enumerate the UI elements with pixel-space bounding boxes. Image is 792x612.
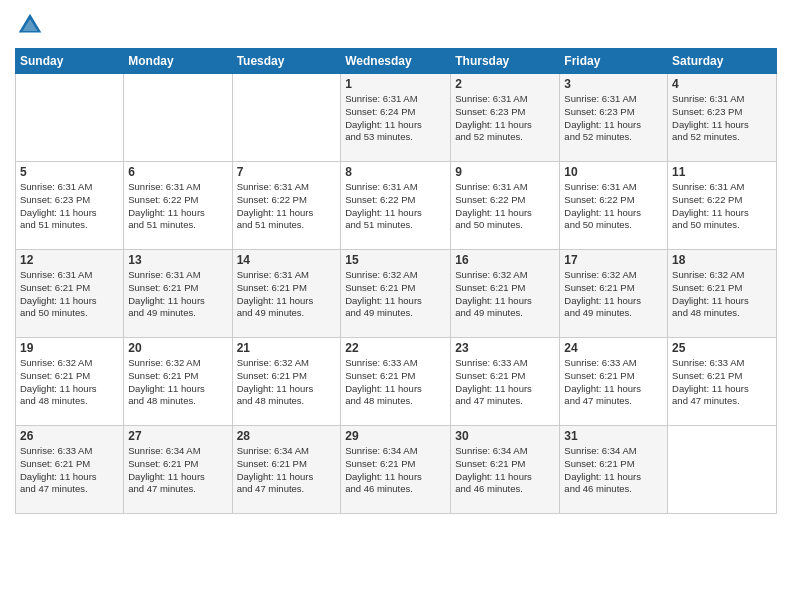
header — [15, 10, 777, 40]
day-number: 27 — [128, 429, 227, 443]
day-info: Sunrise: 6:31 AM Sunset: 6:22 PM Dayligh… — [564, 181, 663, 232]
day-number: 17 — [564, 253, 663, 267]
calendar-cell: 4Sunrise: 6:31 AM Sunset: 6:23 PM Daylig… — [668, 74, 777, 162]
day-number: 10 — [564, 165, 663, 179]
day-info: Sunrise: 6:31 AM Sunset: 6:23 PM Dayligh… — [20, 181, 119, 232]
day-number: 25 — [672, 341, 772, 355]
calendar-body: 1Sunrise: 6:31 AM Sunset: 6:24 PM Daylig… — [16, 74, 777, 514]
calendar-cell: 16Sunrise: 6:32 AM Sunset: 6:21 PM Dayli… — [451, 250, 560, 338]
day-info: Sunrise: 6:33 AM Sunset: 6:21 PM Dayligh… — [672, 357, 772, 408]
calendar-cell: 30Sunrise: 6:34 AM Sunset: 6:21 PM Dayli… — [451, 426, 560, 514]
calendar-cell: 9Sunrise: 6:31 AM Sunset: 6:22 PM Daylig… — [451, 162, 560, 250]
calendar-week: 5Sunrise: 6:31 AM Sunset: 6:23 PM Daylig… — [16, 162, 777, 250]
day-info: Sunrise: 6:31 AM Sunset: 6:22 PM Dayligh… — [128, 181, 227, 232]
day-number: 24 — [564, 341, 663, 355]
calendar-cell — [232, 74, 341, 162]
day-info: Sunrise: 6:31 AM Sunset: 6:21 PM Dayligh… — [20, 269, 119, 320]
day-info: Sunrise: 6:31 AM Sunset: 6:22 PM Dayligh… — [237, 181, 337, 232]
day-number: 6 — [128, 165, 227, 179]
header-day: Tuesday — [232, 49, 341, 74]
calendar-cell: 25Sunrise: 6:33 AM Sunset: 6:21 PM Dayli… — [668, 338, 777, 426]
calendar-week: 1Sunrise: 6:31 AM Sunset: 6:24 PM Daylig… — [16, 74, 777, 162]
day-info: Sunrise: 6:33 AM Sunset: 6:21 PM Dayligh… — [345, 357, 446, 408]
calendar-header: SundayMondayTuesdayWednesdayThursdayFrid… — [16, 49, 777, 74]
day-info: Sunrise: 6:31 AM Sunset: 6:22 PM Dayligh… — [455, 181, 555, 232]
day-info: Sunrise: 6:31 AM Sunset: 6:24 PM Dayligh… — [345, 93, 446, 144]
day-number: 31 — [564, 429, 663, 443]
day-number: 9 — [455, 165, 555, 179]
day-number: 14 — [237, 253, 337, 267]
logo-icon — [15, 10, 45, 40]
calendar-cell: 13Sunrise: 6:31 AM Sunset: 6:21 PM Dayli… — [124, 250, 232, 338]
calendar-cell: 20Sunrise: 6:32 AM Sunset: 6:21 PM Dayli… — [124, 338, 232, 426]
calendar-cell: 10Sunrise: 6:31 AM Sunset: 6:22 PM Dayli… — [560, 162, 668, 250]
calendar-cell: 23Sunrise: 6:33 AM Sunset: 6:21 PM Dayli… — [451, 338, 560, 426]
day-number: 4 — [672, 77, 772, 91]
day-info: Sunrise: 6:31 AM Sunset: 6:23 PM Dayligh… — [455, 93, 555, 144]
calendar-cell: 28Sunrise: 6:34 AM Sunset: 6:21 PM Dayli… — [232, 426, 341, 514]
day-info: Sunrise: 6:34 AM Sunset: 6:21 PM Dayligh… — [564, 445, 663, 496]
day-info: Sunrise: 6:31 AM Sunset: 6:21 PM Dayligh… — [128, 269, 227, 320]
day-number: 18 — [672, 253, 772, 267]
day-number: 20 — [128, 341, 227, 355]
calendar-cell: 29Sunrise: 6:34 AM Sunset: 6:21 PM Dayli… — [341, 426, 451, 514]
header-day: Thursday — [451, 49, 560, 74]
calendar-cell: 19Sunrise: 6:32 AM Sunset: 6:21 PM Dayli… — [16, 338, 124, 426]
day-info: Sunrise: 6:31 AM Sunset: 6:22 PM Dayligh… — [345, 181, 446, 232]
calendar-cell: 5Sunrise: 6:31 AM Sunset: 6:23 PM Daylig… — [16, 162, 124, 250]
day-number: 16 — [455, 253, 555, 267]
day-number: 15 — [345, 253, 446, 267]
calendar-week: 12Sunrise: 6:31 AM Sunset: 6:21 PM Dayli… — [16, 250, 777, 338]
day-number: 8 — [345, 165, 446, 179]
calendar-cell: 21Sunrise: 6:32 AM Sunset: 6:21 PM Dayli… — [232, 338, 341, 426]
header-day: Friday — [560, 49, 668, 74]
day-number: 1 — [345, 77, 446, 91]
day-number: 21 — [237, 341, 337, 355]
calendar-cell: 1Sunrise: 6:31 AM Sunset: 6:24 PM Daylig… — [341, 74, 451, 162]
day-info: Sunrise: 6:32 AM Sunset: 6:21 PM Dayligh… — [564, 269, 663, 320]
day-number: 7 — [237, 165, 337, 179]
day-info: Sunrise: 6:34 AM Sunset: 6:21 PM Dayligh… — [128, 445, 227, 496]
calendar-cell: 12Sunrise: 6:31 AM Sunset: 6:21 PM Dayli… — [16, 250, 124, 338]
calendar-cell: 3Sunrise: 6:31 AM Sunset: 6:23 PM Daylig… — [560, 74, 668, 162]
page-container: SundayMondayTuesdayWednesdayThursdayFrid… — [0, 0, 792, 524]
calendar-cell: 18Sunrise: 6:32 AM Sunset: 6:21 PM Dayli… — [668, 250, 777, 338]
calendar-cell: 2Sunrise: 6:31 AM Sunset: 6:23 PM Daylig… — [451, 74, 560, 162]
day-info: Sunrise: 6:34 AM Sunset: 6:21 PM Dayligh… — [455, 445, 555, 496]
calendar-cell: 11Sunrise: 6:31 AM Sunset: 6:22 PM Dayli… — [668, 162, 777, 250]
day-info: Sunrise: 6:33 AM Sunset: 6:21 PM Dayligh… — [564, 357, 663, 408]
day-info: Sunrise: 6:33 AM Sunset: 6:21 PM Dayligh… — [20, 445, 119, 496]
calendar-cell: 24Sunrise: 6:33 AM Sunset: 6:21 PM Dayli… — [560, 338, 668, 426]
calendar-cell: 31Sunrise: 6:34 AM Sunset: 6:21 PM Dayli… — [560, 426, 668, 514]
day-number: 23 — [455, 341, 555, 355]
day-number: 11 — [672, 165, 772, 179]
calendar-cell: 17Sunrise: 6:32 AM Sunset: 6:21 PM Dayli… — [560, 250, 668, 338]
calendar-cell — [16, 74, 124, 162]
day-info: Sunrise: 6:32 AM Sunset: 6:21 PM Dayligh… — [20, 357, 119, 408]
logo — [15, 10, 49, 40]
calendar-week: 26Sunrise: 6:33 AM Sunset: 6:21 PM Dayli… — [16, 426, 777, 514]
calendar-cell: 27Sunrise: 6:34 AM Sunset: 6:21 PM Dayli… — [124, 426, 232, 514]
header-day: Sunday — [16, 49, 124, 74]
calendar-week: 19Sunrise: 6:32 AM Sunset: 6:21 PM Dayli… — [16, 338, 777, 426]
day-number: 30 — [455, 429, 555, 443]
day-info: Sunrise: 6:32 AM Sunset: 6:21 PM Dayligh… — [672, 269, 772, 320]
header-day: Wednesday — [341, 49, 451, 74]
day-info: Sunrise: 6:32 AM Sunset: 6:21 PM Dayligh… — [128, 357, 227, 408]
calendar-cell: 7Sunrise: 6:31 AM Sunset: 6:22 PM Daylig… — [232, 162, 341, 250]
day-number: 22 — [345, 341, 446, 355]
calendar-cell: 14Sunrise: 6:31 AM Sunset: 6:21 PM Dayli… — [232, 250, 341, 338]
day-number: 13 — [128, 253, 227, 267]
calendar-cell: 26Sunrise: 6:33 AM Sunset: 6:21 PM Dayli… — [16, 426, 124, 514]
day-info: Sunrise: 6:33 AM Sunset: 6:21 PM Dayligh… — [455, 357, 555, 408]
calendar-cell — [668, 426, 777, 514]
day-info: Sunrise: 6:34 AM Sunset: 6:21 PM Dayligh… — [237, 445, 337, 496]
day-info: Sunrise: 6:31 AM Sunset: 6:23 PM Dayligh… — [564, 93, 663, 144]
day-number: 3 — [564, 77, 663, 91]
day-info: Sunrise: 6:31 AM Sunset: 6:23 PM Dayligh… — [672, 93, 772, 144]
calendar-cell: 8Sunrise: 6:31 AM Sunset: 6:22 PM Daylig… — [341, 162, 451, 250]
calendar-cell: 22Sunrise: 6:33 AM Sunset: 6:21 PM Dayli… — [341, 338, 451, 426]
day-info: Sunrise: 6:31 AM Sunset: 6:21 PM Dayligh… — [237, 269, 337, 320]
day-info: Sunrise: 6:32 AM Sunset: 6:21 PM Dayligh… — [455, 269, 555, 320]
day-number: 5 — [20, 165, 119, 179]
